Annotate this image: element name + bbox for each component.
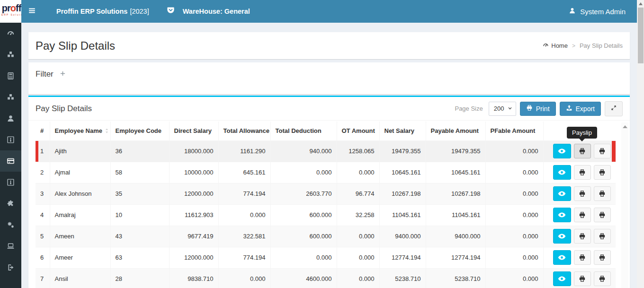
printer-icon xyxy=(526,105,533,113)
table-cell-actions xyxy=(543,204,616,226)
table-cell: 32.258 xyxy=(337,204,379,226)
print-payslip-button[interactable] xyxy=(574,144,591,158)
table-cell: 9838.710 xyxy=(169,268,218,288)
sidebar-item-user[interactable] xyxy=(0,108,21,129)
sidebar-item-sign-out[interactable] xyxy=(0,257,21,278)
upload-icon xyxy=(566,105,572,113)
print-summary-button[interactable] xyxy=(594,186,611,201)
table-cell: 2603.770 xyxy=(270,183,337,204)
print-summary-button[interactable] xyxy=(594,144,611,158)
view-payslip-button[interactable] xyxy=(553,271,571,286)
print-button[interactable]: Print xyxy=(520,102,556,116)
sidebar-item-laptop[interactable] xyxy=(0,236,21,257)
table-cell: 11045.161 xyxy=(379,204,426,226)
user-menu[interactable]: System Admin xyxy=(569,7,626,16)
column-header[interactable]: Direct Salary xyxy=(169,122,218,140)
view-payslip-button[interactable] xyxy=(553,144,571,158)
credit-card-icon xyxy=(7,157,15,165)
payslip-table: #Employee NameEmployee CodeDirect Salary… xyxy=(36,122,616,288)
column-header[interactable]: Total Deduction xyxy=(270,122,337,140)
table-cell: 5 xyxy=(36,226,50,247)
sidebar-item-cubes[interactable] xyxy=(0,87,21,108)
print-icon xyxy=(579,211,586,218)
print-payslip-button[interactable] xyxy=(574,208,591,222)
filter-expand-button[interactable] xyxy=(60,70,66,79)
sidebar-item-cubes[interactable] xyxy=(0,44,21,65)
print-payslip-button[interactable] xyxy=(574,229,591,244)
breadcrumb-current: Pay Slip Details xyxy=(580,42,623,49)
print-payslip-button[interactable] xyxy=(574,165,591,180)
column-header[interactable]: Total Allowance xyxy=(218,122,270,140)
app-logo[interactable]: proffin ERP Solutions xyxy=(0,0,21,23)
table-cell: 19479.355 xyxy=(426,140,485,162)
view-payslip-button[interactable] xyxy=(553,186,571,201)
sidebar-toggle-button[interactable] xyxy=(21,0,42,23)
warehouse-dropdown-button[interactable] xyxy=(166,6,175,17)
table-scrollbar[interactable] xyxy=(621,122,628,288)
print-icon xyxy=(579,275,586,282)
page-scroll-up-arrow[interactable] xyxy=(639,2,643,5)
view-payslip-button[interactable] xyxy=(553,165,571,180)
sidebar-item-tie[interactable] xyxy=(0,129,21,150)
column-header[interactable]: # xyxy=(36,122,50,140)
column-header[interactable]: Employee Name xyxy=(50,122,110,140)
print-payslip-button[interactable] xyxy=(574,250,591,265)
print-summary-button[interactable] xyxy=(594,229,611,244)
table-cell-actions xyxy=(543,183,616,204)
print-icon xyxy=(599,190,606,197)
expand-arrows-icon xyxy=(610,105,617,113)
table-cell: 9677.419 xyxy=(169,226,218,247)
export-button[interactable]: Export xyxy=(560,102,601,116)
eye-icon xyxy=(558,232,566,240)
home-dashboard-icon xyxy=(543,42,551,50)
sidebar-item-calculator[interactable] xyxy=(0,65,21,87)
table-header-row: #Employee NameEmployee CodeDirect Salary… xyxy=(36,122,616,140)
table-cell-actions xyxy=(543,226,616,247)
sidebar-item-gears[interactable] xyxy=(0,214,21,236)
fullscreen-toggle-button[interactable] xyxy=(605,101,623,116)
breadcrumb-home-link[interactable]: Home xyxy=(551,42,568,49)
print-summary-button[interactable] xyxy=(594,208,611,222)
column-header[interactable]: OT Amount xyxy=(337,122,379,140)
print-payslip-button[interactable] xyxy=(574,271,591,286)
view-payslip-button[interactable] xyxy=(553,229,571,244)
print-summary-button[interactable] xyxy=(594,271,611,286)
table-cell: 600.000 xyxy=(270,226,337,247)
panel-toolbar: Page Size 200 Print xyxy=(455,101,623,116)
table-row: 3Alex Johnson3512000.000774.1942603.7709… xyxy=(36,183,616,204)
print-payslip-button[interactable] xyxy=(574,186,591,201)
table-row: 1Ajith3618000.0001161.290940.0001258.065… xyxy=(36,140,616,162)
sidebar-item-dashboard[interactable] xyxy=(0,23,21,44)
table-cell: 10267.198 xyxy=(426,183,485,204)
print-icon xyxy=(599,169,606,176)
warehouse-label: WareHouse: General xyxy=(183,8,250,15)
table-row: 7Ansil289838.7100.0004600.0000.0005238.7… xyxy=(36,268,616,288)
sidebar: proffin ERP Solutions xyxy=(0,0,21,288)
table-scroll-up-arrow[interactable] xyxy=(623,125,627,128)
payslip-tooltip: Payslip xyxy=(567,127,597,139)
print-summary-button[interactable] xyxy=(594,165,611,180)
table-cell: 10645.161 xyxy=(379,162,426,183)
sidebar-item-puzzle[interactable] xyxy=(0,193,21,214)
print-summary-button[interactable] xyxy=(594,250,611,265)
sidebar-item-credit-card[interactable] xyxy=(0,150,21,172)
column-header[interactable]: Net Salary xyxy=(379,122,426,140)
print-icon xyxy=(579,254,586,261)
page-scrollbar-thumb[interactable] xyxy=(638,8,644,63)
table-cell: 0.000 xyxy=(270,162,337,183)
column-header[interactable]: Employee Code xyxy=(110,122,169,140)
hamburger-icon xyxy=(28,7,36,17)
table-cell: 63 xyxy=(110,247,169,268)
sidebar-item-tie[interactable] xyxy=(0,172,21,193)
column-header[interactable]: Payable Amount xyxy=(426,122,485,140)
table-cell: 3 xyxy=(36,183,50,204)
column-header[interactable]: PFable Amount xyxy=(485,122,543,140)
print-icon xyxy=(579,233,586,240)
table-row: 6Ameer6312000.000774.1940.0000.00012774.… xyxy=(36,247,616,268)
view-payslip-button[interactable] xyxy=(553,250,571,265)
user-name: System Admin xyxy=(580,8,626,16)
table-cell: 2 xyxy=(36,162,50,183)
page-size-select[interactable]: 200 xyxy=(489,102,516,116)
page-scrollbar[interactable] xyxy=(637,0,644,288)
view-payslip-button[interactable] xyxy=(553,208,571,222)
